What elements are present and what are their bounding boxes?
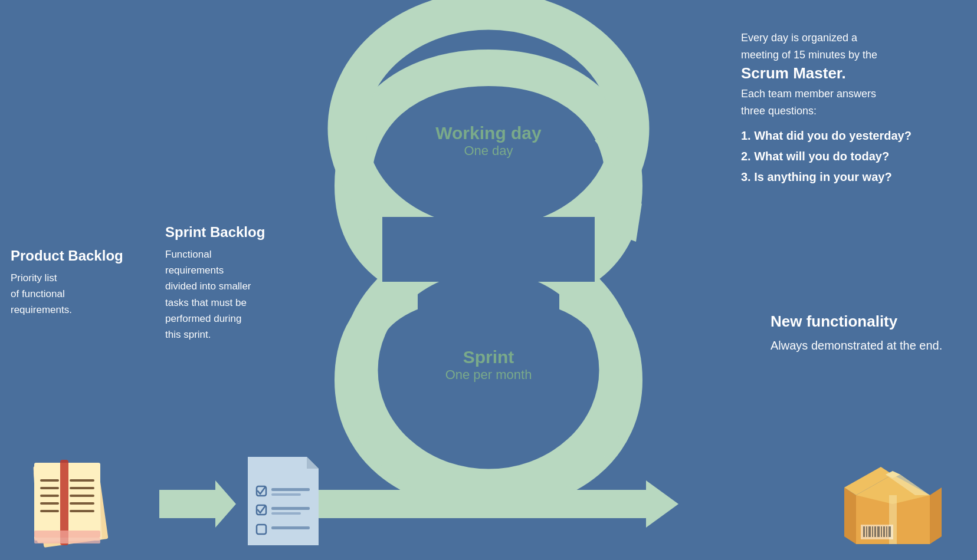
- working-day-title: Working day: [435, 123, 541, 143]
- svg-rect-50: [874, 526, 876, 537]
- product-backlog-title: Product Backlog: [11, 248, 135, 264]
- svg-marker-40: [844, 487, 856, 544]
- svg-marker-10: [313, 480, 678, 528]
- svg-rect-54: [886, 526, 887, 537]
- sprint-backlog-desc: Functionalrequirementsdivided into small…: [165, 246, 307, 342]
- svg-rect-53: [883, 526, 885, 537]
- new-functionality-title: New functionality: [771, 312, 959, 331]
- sprint-subtitle: One per month: [445, 367, 532, 383]
- daily-scrum-intro: Every day is organized ameeting of 15 mi…: [741, 29, 959, 64]
- sprint-title: Sprint: [445, 347, 532, 367]
- product-backlog-desc: Priority listof functionalrequirements.: [11, 270, 135, 318]
- product-backlog-section: Product Backlog Priority listof function…: [11, 248, 135, 318]
- sprint-backlog-icon: [242, 457, 327, 548]
- working-day-subtitle: One day: [435, 143, 541, 159]
- svg-rect-49: [872, 526, 873, 537]
- svg-rect-48: [868, 526, 871, 537]
- svg-rect-55: [889, 526, 891, 537]
- svg-rect-33: [271, 507, 310, 510]
- svg-rect-26: [34, 538, 100, 543]
- svg-rect-51: [877, 526, 880, 537]
- question-1: 1. What did you do yesterday?: [741, 126, 959, 146]
- svg-rect-34: [271, 512, 301, 515]
- svg-rect-52: [881, 526, 882, 537]
- scrum-master-text: Scrum Master.: [741, 64, 959, 84]
- working-day-label: Working day One day: [435, 123, 541, 159]
- svg-marker-28: [307, 457, 319, 469]
- sprint-label: Sprint One per month: [445, 347, 532, 383]
- new-functionality-section: New functionality Always demonstrated at…: [771, 312, 959, 355]
- new-functionality-desc: Always demonstrated at the end.: [771, 337, 959, 355]
- daily-scrum-section: Every day is organized ameeting of 15 mi…: [741, 29, 959, 187]
- svg-rect-47: [866, 526, 867, 537]
- svg-rect-25: [34, 531, 100, 538]
- question-3: 3. Is anything in your way?: [741, 167, 959, 187]
- svg-rect-30: [271, 488, 310, 491]
- svg-marker-39: [930, 487, 942, 544]
- daily-scrum-questions: 1. What did you do yesterday? 2. What wi…: [741, 126, 959, 187]
- sprint-backlog-title: Sprint Backlog: [165, 224, 307, 241]
- arrow-1: [159, 480, 236, 528]
- daily-scrum-answers: Each team member answersthree questions:: [741, 85, 959, 120]
- arrow-large: [313, 480, 678, 528]
- figure8-main-svg: [312, 0, 665, 506]
- svg-rect-7: [382, 229, 595, 282]
- svg-marker-27: [248, 457, 319, 545]
- svg-rect-36: [271, 526, 310, 529]
- product-backlog-icon: [24, 454, 121, 548]
- svg-rect-45: [861, 525, 893, 539]
- svg-rect-46: [863, 526, 865, 537]
- svg-marker-9: [159, 480, 236, 528]
- question-2: 2. What will you do today?: [741, 146, 959, 167]
- svg-rect-31: [271, 493, 301, 496]
- sprint-backlog-section: Sprint Backlog Functionalrequirementsdiv…: [165, 224, 307, 342]
- new-functionality-icon: [844, 457, 942, 548]
- main-container: Working day One day Sprint One per month…: [0, 0, 977, 560]
